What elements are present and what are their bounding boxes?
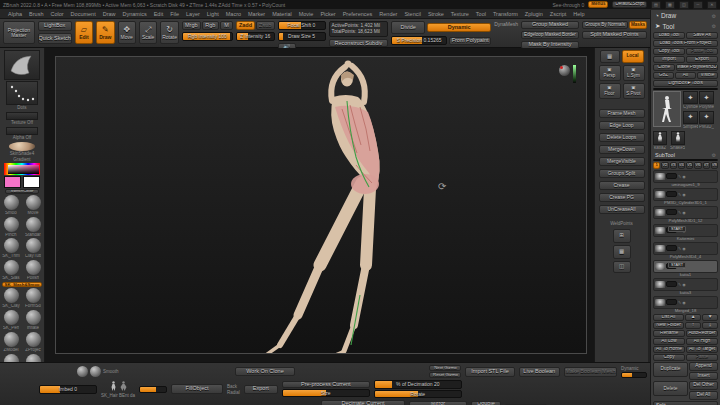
eye-icon[interactable]: ◉	[682, 282, 686, 287]
smooth-brush-thumbnail[interactable]	[77, 366, 88, 377]
menu-item[interactable]: Texture	[451, 11, 469, 17]
all-high-button[interactable]: All High	[686, 338, 718, 345]
copy-subtool-button[interactable]: Copy	[653, 354, 685, 361]
quick-sketch-button[interactable]: Quick Sketch	[38, 33, 72, 44]
all-to-target-button[interactable]: All To Target	[686, 346, 718, 353]
shelf-action-button[interactable]: UnCreaseAll	[599, 205, 645, 214]
brush-slot[interactable]: Smoo	[2, 195, 21, 216]
mini-slider[interactable]	[139, 386, 167, 393]
brush-slot[interactable]: SK_Pen	[2, 310, 21, 331]
clone-button[interactable]: Clone	[653, 64, 675, 71]
brush-slot[interactable]: SK_Trim	[2, 238, 21, 259]
recent-tool-item[interactable]: Snake5	[670, 131, 685, 151]
document-area[interactable]: ⟳	[55, 56, 587, 354]
menu-item[interactable]: Render	[379, 11, 397, 17]
current-brush-thumbnail[interactable]	[4, 50, 40, 80]
preprocess-current-button[interactable]: Pre-process Current	[282, 381, 370, 388]
subtool-visibility-tab[interactable]: V7	[703, 162, 710, 169]
work-on-clone-button[interactable]: Work On Clone	[235, 367, 296, 376]
export-button[interactable]: Export	[686, 56, 718, 63]
texture-thumbnail[interactable]	[6, 112, 38, 120]
folder-up-icon[interactable]: ⤒	[685, 322, 701, 329]
decimation-slider[interactable]: % of Decimation 20	[374, 380, 462, 389]
subtool-row[interactable]: ✎ ◉ PM3D_Cylinder3D1_1	[653, 188, 718, 205]
menu-item[interactable]: Light	[207, 11, 219, 17]
subtool-row[interactable]: ✎ ◉ PolyMesh3D1_12	[653, 206, 718, 223]
goz-visible-button[interactable]: Visible	[697, 72, 718, 79]
load-tools-from-project-button[interactable]: Load Tools From Project	[653, 40, 718, 47]
insert-button[interactable]: Insert	[689, 372, 718, 381]
stroke-thumbnail[interactable]	[6, 81, 38, 105]
paste-tool-button[interactable]: Paste Tool	[686, 48, 718, 55]
tool-slider[interactable]: katia2 49	[653, 88, 718, 90]
color-picker[interactable]	[4, 163, 40, 174]
mrgb-button[interactable]: Mrgb	[182, 21, 201, 30]
viewport-toggle-button[interactable]: ▣ S.Pivot	[623, 83, 645, 99]
material-thumbnail[interactable]	[9, 142, 35, 150]
secondary-color-swatch[interactable]	[23, 176, 40, 188]
menu-item[interactable]: Material	[272, 11, 292, 17]
edgeloop-masked-border-button[interactable]: Edgeloop Masked Border	[521, 31, 579, 39]
imbed-slider[interactable]: Imbed 0	[39, 385, 97, 394]
subtool-visibility-tab[interactable]: V5	[686, 162, 693, 169]
all-low-button[interactable]: All Low	[653, 338, 685, 345]
subtool-row[interactable]: ✎ ◉ START Katiemini	[653, 224, 718, 241]
size-slider[interactable]: Size	[282, 389, 370, 397]
brush-slot[interactable]: SK_Slas	[2, 260, 21, 281]
local-button[interactable]: Local	[622, 50, 644, 63]
eye-icon[interactable]: ◉	[682, 246, 686, 251]
shelf-action-button[interactable]: Crease PG	[599, 193, 645, 202]
eye-icon[interactable]: ◉	[682, 300, 686, 305]
export-decimation-button[interactable]: Export	[244, 385, 278, 394]
del-other-button[interactable]: Del Other	[689, 381, 718, 390]
subtool-row[interactable]: ✎ ◉ START katia1	[653, 260, 718, 277]
duplicate-button[interactable]: Duplicate	[653, 362, 688, 377]
subtool-visibility-tab[interactable]: V6	[694, 162, 701, 169]
palette-icon[interactable]: ▦	[665, 1, 675, 9]
decimate-current-button[interactable]: Decimate Current	[321, 400, 405, 405]
close-icon[interactable]: ✕	[707, 1, 717, 9]
divide-button[interactable]: Divide	[391, 21, 425, 34]
new-folder-button[interactable]: New Folder	[653, 322, 684, 329]
tool-palette-header[interactable]: ➤ Tool ⚙	[653, 21, 718, 31]
scale-button[interactable]: ⤢ Scale	[139, 21, 157, 44]
viewport[interactable]: ⟳	[45, 48, 594, 362]
shelf-action-button[interactable]: MergeVisible	[599, 157, 645, 166]
subtool-visibility-tab[interactable]: V3	[670, 162, 677, 169]
brush-slot[interactable]: Polish	[24, 260, 43, 281]
gear-icon[interactable]: ⚙	[712, 13, 716, 19]
subtool-toggle[interactable]	[666, 281, 677, 287]
reset-gizmo-button[interactable]: Reset Gizmo	[429, 372, 461, 378]
polyframe-icon-button[interactable]: ◫	[613, 261, 631, 273]
eye-icon[interactable]: ◉	[682, 192, 686, 197]
subtool-visibility-tab[interactable]: 1	[653, 162, 660, 169]
menu-item[interactable]: Zscript	[550, 11, 567, 17]
tool-quick-item[interactable]: ✦ PolyMe..	[699, 91, 714, 110]
subtool-down-icon[interactable]: ▼	[702, 314, 718, 321]
subtool-toggle[interactable]	[666, 173, 677, 179]
focal-shift-slider[interactable]: Focal Shift 0	[278, 21, 326, 30]
menu-item[interactable]: Brush	[29, 11, 43, 17]
list-all-button[interactable]: List All	[653, 314, 684, 321]
default-zscript-button[interactable]: DefaultZScript	[612, 1, 647, 8]
menu-item[interactable]: Help	[573, 11, 584, 17]
menus-button[interactable]: Menus	[588, 1, 608, 8]
rotate-button[interactable]: ↻ Rotate	[160, 21, 178, 44]
visible-count-slider[interactable]: Visible Count 8	[653, 159, 718, 161]
delete-button[interactable]: Delete	[653, 381, 688, 396]
viewport-toggle-button[interactable]: ▣ L.Sym	[623, 65, 645, 81]
append-button[interactable]: Append	[689, 362, 718, 371]
brush-slot[interactable]: FormSo	[24, 288, 43, 309]
dynamic-slider[interactable]	[621, 372, 647, 378]
brush-slot[interactable]: Standar	[24, 217, 43, 238]
shelf-action-button[interactable]: Edge Loop	[599, 121, 645, 130]
menu-item[interactable]: Marker	[248, 11, 265, 17]
projection-master-button[interactable]: Projection Master	[3, 21, 35, 44]
menu-item[interactable]: Movie	[299, 11, 314, 17]
eye-icon[interactable]: ◉	[682, 210, 686, 215]
eye-icon[interactable]: ◉	[682, 174, 686, 179]
shelf-action-button[interactable]: Frame Mesh	[599, 109, 645, 118]
menu-item[interactable]: Preferences	[343, 11, 373, 17]
minimize-icon[interactable]: ─	[693, 1, 703, 9]
switch-color-button[interactable]: SwitchColor	[5, 189, 39, 194]
